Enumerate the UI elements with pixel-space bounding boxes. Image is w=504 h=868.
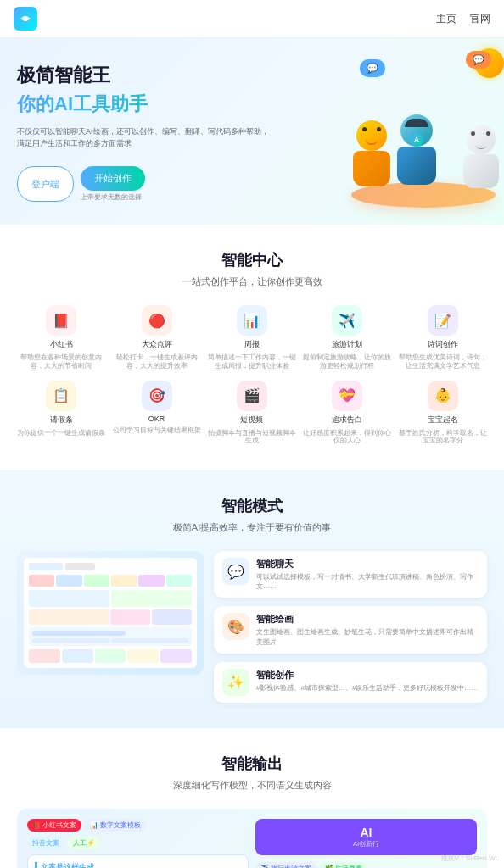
paint-icon-box: 🎨 <box>222 613 249 640</box>
travel-icon: ✈️ <box>332 305 362 336</box>
ss-cell <box>84 575 109 587</box>
tool-zhoubao[interactable]: 📊 周报 简单描述一下工作内容，一键生成周报，提升职业体验 <box>208 305 296 370</box>
feature-chat-text: 智能聊天 可以试试选择模板，写一封情书、大学新生代班演讲稿、角色扮演、写作文…… <box>256 558 479 591</box>
ss-content-row-2 <box>29 609 192 625</box>
ss-cell <box>29 575 54 587</box>
smart-center-title: 智能中心 <box>17 250 487 270</box>
chat-icon-box: 💬 <box>222 558 249 585</box>
tool-name: 追求告白 <box>332 415 362 426</box>
mode-content: 💬 智能聊天 可以试试选择模板，写一封情书、大学新生代班演讲稿、角色扮演、写作文… <box>17 551 487 703</box>
feature-paint-text: 智能绘画 文生图绘画、图生绘画生成、妙笔生花，只需要简单中文描述即可作出精美图片 <box>256 613 479 646</box>
right-tag-2: 🌿 生活类素 <box>320 862 367 868</box>
hero-title: 极简智能王 <box>17 64 276 88</box>
tool-name: 诗词创作 <box>428 339 458 350</box>
tool-travel[interactable]: ✈️ 旅游计划 提前制定旅游攻略，让你的旅游更轻松规划行程 <box>303 305 391 370</box>
ai-label: AI <box>262 826 470 839</box>
nav-official[interactable]: 官网 <box>470 12 490 26</box>
create-sub: 上帝要求无数的选择 <box>81 192 145 202</box>
leave-icon: 📋 <box>46 381 76 411</box>
tool-name: OKR <box>148 415 165 423</box>
feature-paint-desc: 文生图绘画、图生绘画生成、妙笔生花，只需要简单中文描述即可作出精美图片 <box>256 627 479 646</box>
ss-nav-item <box>29 563 63 570</box>
tool-name: 请假条 <box>50 415 73 426</box>
svg-point-0 <box>23 16 28 21</box>
ss-cell <box>56 575 81 587</box>
preview-title: 文案是这样生成... <box>35 862 241 868</box>
feature-create-title: 智能创作 <box>256 669 478 682</box>
feature-create-text: 智能创作 #影视体验感、#城市探索型…、#娱乐生活助手，更多好玩模板开发中…… <box>256 669 478 693</box>
feature-paint[interactable]: 🎨 智能绘画 文生图绘画、图生绘画生成、妙笔生花，只需要简单中文描述即可作出精美… <box>214 606 487 653</box>
ss-icon-grid <box>29 575 192 587</box>
xiaohongshu-icon: 📕 <box>46 305 76 336</box>
feature-chat-desc: 可以试试选择模板，写一封情书、大学新生代班演讲稿、角色扮演、写作文…… <box>256 572 479 591</box>
tag-xiaohongshu: 📕 小红书文案 <box>27 819 81 832</box>
tool-okr[interactable]: 🎯 OKR 公司学习目标与关键结果框架 <box>112 381 200 446</box>
ss-cell <box>111 575 137 587</box>
ss-tool <box>95 649 126 663</box>
hero-buttons: 登户端 开始创作 上帝要求无数的选择 <box>17 166 276 202</box>
ss-bottom <box>29 627 192 646</box>
tool-baby[interactable]: 👶 宝宝起名 基于姓氏分析，科学取名，让宝宝的名字分 <box>399 381 487 446</box>
ss-block <box>110 609 150 625</box>
hero-text: 极简智能王 你的AI工具助手 不仅仅可以智能聊天AI绘画，还可以创作、编写、翻译… <box>17 64 276 202</box>
tool-desc: 简单描述一下工作内容，一键生成周报，提升职业体验 <box>208 353 296 370</box>
output-tags-row: 📕 小红书文案 📊 数字文案模板 <box>27 819 249 832</box>
logo-icon <box>14 7 37 31</box>
tool-desc: 基于姓氏分析，科学取名，让宝宝的名字分 <box>399 429 487 446</box>
feature-chat[interactable]: 💬 智能聊天 可以试试选择模板，写一封情书、大学新生代班演讲稿、角色扮演、写作文… <box>214 551 487 598</box>
tag-digital: 📊 数字文案模板 <box>85 819 146 832</box>
tool-name: 小红书 <box>50 339 73 350</box>
ss-cell <box>166 575 192 587</box>
tool-poetry[interactable]: 📝 诗词创作 帮助您生成优美诗词，诗句，让生活充满文学艺术气息 <box>399 305 487 370</box>
hero-section: 极简智能王 你的AI工具助手 不仅仅可以智能聊天AI绘画，还可以创作、编写、翻译… <box>0 38 504 225</box>
tools-grid: 📕 小红书 帮助您在各种场景的创意内容，大大的节省时间 🔴 大众点评 轻松打卡，… <box>17 305 487 445</box>
output-mockup-inner: 📕 小红书文案 📊 数字文案模板 抖音文案 人工⚡ 文案是这样生成... [5~… <box>27 819 477 868</box>
zhoubao-icon: 📊 <box>237 305 267 336</box>
ai-sublabel: AI创新行 <box>262 839 470 849</box>
ss-line <box>32 638 109 643</box>
tool-desc: 提前制定旅游攻略，让你的旅游更轻松规划行程 <box>303 353 391 370</box>
tool-name: 大众点评 <box>142 339 172 350</box>
footer-watermark: 抵抗V：SuRen-WL <box>441 854 499 863</box>
tool-name: 宝宝起名 <box>428 415 458 426</box>
ss-content-row <box>29 590 192 607</box>
header-nav: 主页 官网 <box>436 12 490 26</box>
ss-text-lines <box>32 638 188 643</box>
feature-create-desc: #影视体验感、#城市探索型…、#娱乐生活助手，更多好玩模板开发中…… <box>256 683 478 693</box>
dianping-icon: 🔴 <box>142 305 172 336</box>
login-button[interactable]: 登户端 <box>17 166 74 202</box>
tool-dianping[interactable]: 🔴 大众点评 轻松打卡，一键生成差评内容，大大的提升效率 <box>112 305 200 370</box>
create-icon-box: ✨ <box>222 669 249 696</box>
output-preview-box: 文案是这样生成... [5~10秒解决文案] 根据词语生成一人一文，根据词，简单… <box>27 854 249 868</box>
ss-line <box>111 638 188 643</box>
tool-desc: 轻松打卡，一键生成差评内容，大大的提升效率 <box>112 353 200 370</box>
hero-subtitle: 你的AI工具助手 <box>17 92 276 117</box>
video-icon: 🎬 <box>237 381 267 411</box>
tool-xiaohongshu[interactable]: 📕 小红书 帮助您在各种场景的创意内容，大大的节省时间 <box>17 305 105 370</box>
smart-center-section: 智能中心 一站式创作平台，让你创作更高效 📕 小红书 帮助您在各种场景的创意内容… <box>0 225 504 470</box>
hero-illustration: 💬 💬 <box>334 47 504 216</box>
tool-desc: 拍摄脚本与直播与短视频脚本生成 <box>208 429 296 446</box>
tool-video[interactable]: 🎬 短视频 拍摄脚本与直播与短视频脚本生成 <box>208 381 296 446</box>
baby-icon: 👶 <box>428 381 458 411</box>
nav-home[interactable]: 主页 <box>436 12 456 26</box>
feature-chat-title: 智能聊天 <box>256 558 479 570</box>
ss-tools-bottom <box>29 649 192 663</box>
ss-nav-row <box>29 563 192 570</box>
ss-tool <box>29 649 60 663</box>
tool-leave[interactable]: 📋 请假条 为你提供一个一键生成请假条 <box>17 381 105 446</box>
ss-cell <box>138 575 164 587</box>
tool-name: 旅游计划 <box>332 339 362 350</box>
create-button[interactable]: 开始创作 <box>81 166 145 191</box>
ss-block <box>29 590 109 607</box>
tool-desc: 公司学习目标与关键结果框架 <box>113 426 201 435</box>
tag-social: 抖音文案 <box>27 837 64 849</box>
smart-output-section: 智能输出 深度细化写作模型，不同语义生成内容 📕 小红书文案 📊 数字文案模板 … <box>0 728 504 868</box>
ss-nav-item <box>65 563 95 570</box>
smart-output-subtitle: 深度细化写作模型，不同语义生成内容 <box>17 779 487 792</box>
tool-love[interactable]: 💝 追求告白 让好感度积累起来，得到你心仪的人心 <box>303 381 391 446</box>
feature-create[interactable]: ✨ 智能创作 #影视体验感、#城市探索型…、#娱乐生活助手，更多好玩模板开发中…… <box>214 662 487 703</box>
feature-paint-title: 智能绘画 <box>256 613 479 626</box>
ss-tool <box>160 649 192 663</box>
right-tag-1: ✈️ 旅行出游文案 <box>255 862 316 868</box>
